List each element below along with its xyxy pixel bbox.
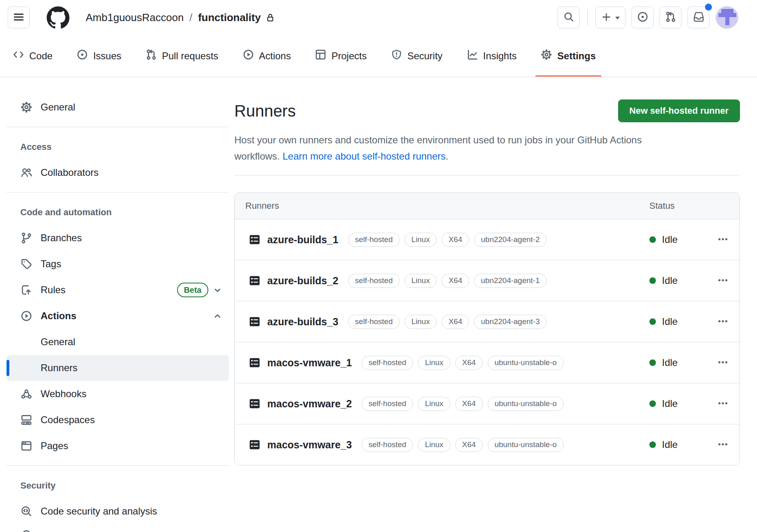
hamburger-menu-button[interactable] xyxy=(8,6,30,28)
runner-label-badge: ubn2204-agent-2 xyxy=(474,233,547,247)
runner-label-badge: X64 xyxy=(441,233,469,247)
settings-sidebar: General Access Collaborators Code and au… xyxy=(6,77,229,532)
sidebar-item-partial[interactable] xyxy=(6,524,229,532)
new-self-hosted-runner-button[interactable]: New self-hosted runner xyxy=(618,99,740,122)
sidebar-item-general[interactable]: General xyxy=(6,94,229,120)
sidebar-divider xyxy=(6,192,229,192)
play-circle-icon xyxy=(20,310,32,322)
search-icon xyxy=(563,11,574,24)
sidebar-item-actions-runners[interactable]: Runners xyxy=(6,355,229,381)
tab-projects[interactable]: Projects xyxy=(305,35,376,77)
sidebar-item-actions[interactable]: Actions xyxy=(6,303,229,329)
code-scan-icon xyxy=(20,506,32,517)
git-branch-icon xyxy=(20,232,32,244)
tab-pull-requests[interactable]: Pull requests xyxy=(136,35,228,77)
runner-name: macos-vmware_3 xyxy=(267,439,352,451)
sidebar-item-label: Runners xyxy=(41,362,78,374)
tab-issues[interactable]: Issues xyxy=(67,35,131,77)
create-new-button[interactable] xyxy=(595,6,625,28)
chevron-down-icon[interactable] xyxy=(212,285,223,295)
sidebar-item-label: Tags xyxy=(41,258,61,270)
server-icon xyxy=(249,316,261,328)
tab-settings[interactable]: Settings xyxy=(531,35,606,77)
chevron-up-icon[interactable] xyxy=(212,311,223,321)
tab-label: Actions xyxy=(259,50,291,62)
hamburger-icon xyxy=(13,11,24,24)
sidebar-section-security: Security xyxy=(6,480,229,492)
pull-requests-dashboard-button[interactable] xyxy=(660,6,681,28)
runner-labels: self-hosted Linux X64 ubn2204-agent-3 xyxy=(348,315,547,329)
sidebar-item-label: Actions xyxy=(41,310,76,322)
runner-label-badge: ubuntu-unstable-o xyxy=(488,438,564,452)
github-logo-icon[interactable] xyxy=(47,6,69,29)
breadcrumb-owner-link[interactable]: Amb1guousRaccoon xyxy=(86,11,184,24)
sidebar-section-code-automation: Code and automation xyxy=(6,206,229,218)
sidebar-item-label: General xyxy=(41,336,75,348)
server-icon xyxy=(249,398,261,410)
runner-label-badge: Linux xyxy=(418,438,450,452)
column-header-runners: Runners xyxy=(245,201,649,211)
sidebar-item-actions-general[interactable]: General xyxy=(6,329,229,355)
table-row: macos-vmware_1 self-hosted Linux X64 ubu… xyxy=(235,342,740,383)
runners-description: Host your own runners and customize the … xyxy=(234,132,689,164)
runner-label-badge: Linux xyxy=(404,274,437,288)
runner-menu-button[interactable] xyxy=(710,234,728,246)
header-divider xyxy=(587,9,588,26)
tab-label: Security xyxy=(407,50,443,62)
runner-menu-button[interactable] xyxy=(710,398,728,410)
unread-notification-dot xyxy=(705,4,712,11)
runner-label-badge: ubn2204-agent-1 xyxy=(474,274,547,288)
runner-labels: self-hosted Linux X64 ubuntu-unstable-o xyxy=(361,356,563,370)
tab-label: Issues xyxy=(93,50,121,62)
runner-menu-button[interactable] xyxy=(710,316,728,328)
search-button[interactable] xyxy=(558,6,580,28)
runner-label-badge: Linux xyxy=(404,233,437,247)
kebab-icon xyxy=(718,275,728,287)
runner-menu-button[interactable] xyxy=(710,439,728,451)
status-dot-icon xyxy=(649,359,656,366)
runner-label-badge: Linux xyxy=(418,397,450,411)
inbox-icon xyxy=(693,11,704,24)
sidebar-item-code-security[interactable]: Code security and analysis xyxy=(6,498,229,524)
browser-icon xyxy=(20,440,32,452)
status-dot-icon xyxy=(649,318,656,325)
tab-label: Pull requests xyxy=(162,50,218,62)
runner-label-badge: ubuntu-unstable-o xyxy=(488,397,564,411)
tab-code[interactable]: Code xyxy=(3,35,62,77)
kebab-icon xyxy=(718,398,728,410)
tab-security[interactable]: Security xyxy=(381,35,452,77)
sidebar-item-collaborators[interactable]: Collaborators xyxy=(6,160,229,186)
runner-menu-button[interactable] xyxy=(710,275,728,287)
sidebar-divider xyxy=(6,127,229,127)
runner-name: azure-builds_2 xyxy=(267,275,338,287)
runner-label-badge: Linux xyxy=(418,356,450,370)
runner-label-badge: X64 xyxy=(441,315,469,329)
table-row: azure-builds_2 self-hosted Linux X64 ubn… xyxy=(235,260,740,301)
tab-label: Code xyxy=(29,50,52,62)
kebab-icon xyxy=(718,439,728,451)
kebab-icon xyxy=(718,234,728,246)
breadcrumb-repo-link[interactable]: functionality xyxy=(198,11,261,24)
tab-actions[interactable]: Actions xyxy=(233,35,301,77)
learn-more-link[interactable]: Learn more about self-hosted runners xyxy=(283,151,446,162)
tab-insights[interactable]: Insights xyxy=(457,35,527,77)
table-icon xyxy=(315,49,326,63)
sidebar-item-tags[interactable]: Tags xyxy=(6,251,229,277)
runner-name: macos-vmware_2 xyxy=(267,398,352,410)
sidebar-item-rules[interactable]: Rules Beta xyxy=(6,277,229,303)
beta-badge: Beta xyxy=(177,283,208,297)
user-avatar[interactable] xyxy=(716,6,738,29)
sidebar-item-webhooks[interactable]: Webhooks xyxy=(6,381,229,407)
runner-menu-button[interactable] xyxy=(710,357,728,369)
runner-label-badge: X64 xyxy=(455,356,483,370)
column-header-status: Status xyxy=(649,201,710,211)
issue-opened-icon xyxy=(77,49,88,63)
sidebar-item-codespaces[interactable]: Codespaces xyxy=(6,407,229,433)
sidebar-item-pages[interactable]: Pages xyxy=(6,433,229,459)
runner-status: Idle xyxy=(662,398,678,409)
issues-dashboard-button[interactable] xyxy=(632,6,653,28)
kebab-icon xyxy=(718,357,728,369)
github-settings-runners-page: Amb1guousRaccoon / functionality xyxy=(0,0,757,532)
sidebar-item-branches[interactable]: Branches xyxy=(6,225,229,251)
global-header: Amb1guousRaccoon / functionality xyxy=(0,0,757,35)
